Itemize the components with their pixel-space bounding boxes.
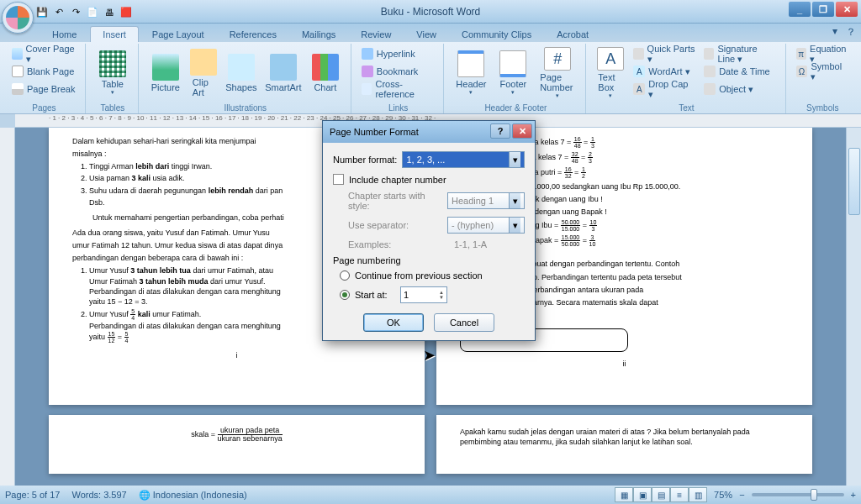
view-draft[interactable]: ▥ <box>689 487 707 502</box>
drop-cap-icon: A <box>633 83 645 95</box>
window-title: Buku - Microsoft Word <box>381 6 480 18</box>
radio-continue[interactable] <box>340 270 350 281</box>
page-number-icon: # <box>544 47 571 71</box>
dialog-title: Page Number Format <box>330 127 419 137</box>
maximize-button[interactable]: ❐ <box>812 2 834 17</box>
cover-page-button[interactable]: Cover Page ▾ <box>8 45 80 62</box>
separator-select: - (hyphen)▾ <box>447 217 525 234</box>
zoom-thumb[interactable] <box>811 489 817 501</box>
shapes-button[interactable]: Shapes <box>221 45 261 101</box>
radio-start-at-label: Start at: <box>355 290 395 300</box>
symbol-icon: Ω <box>796 66 808 77</box>
tab-community-clips[interactable]: Community Clips <box>450 27 543 42</box>
dialog-help-button[interactable]: ? <box>490 123 510 139</box>
page-number-ii: ii <box>460 359 789 369</box>
text-box-button[interactable]: AText Box▾ <box>593 45 628 101</box>
view-web-layout[interactable]: ▤ <box>652 487 670 502</box>
qat-print-icon[interactable]: 🖶 <box>103 6 116 19</box>
symbol-button[interactable]: ΩSymbol ▾ <box>793 63 853 80</box>
page-break-button[interactable]: Page Break <box>8 81 80 97</box>
page-bottom-left[interactable]: skala = ukuran pada petaukuran sebenarny… <box>49 415 425 474</box>
page-bottom-right[interactable]: Apakah kamu sudah jelas dengan uraian ma… <box>436 415 812 474</box>
include-chapter-checkbox[interactable] <box>333 174 344 185</box>
tab-references[interactable]: References <box>218 27 288 42</box>
object-button[interactable]: Object ▾ <box>700 81 779 97</box>
view-outline[interactable]: ≡ <box>670 487 689 502</box>
qat-extra-icon[interactable]: 🟥 <box>119 6 133 19</box>
chevron-down-icon: ▾ <box>509 193 520 208</box>
signature-line-icon <box>704 48 714 60</box>
quick-parts-button[interactable]: Quick Parts ▾ <box>630 45 699 62</box>
signature-line-button[interactable]: Signature Line ▾ <box>700 45 779 62</box>
table-button[interactable]: Table▾ <box>92 45 133 101</box>
cancel-button[interactable]: Cancel <box>434 313 494 332</box>
date-time-button[interactable]: Date & Time <box>700 63 779 80</box>
qat-redo-icon[interactable]: ↷ <box>69 6 82 19</box>
drop-cap-button[interactable]: ADrop Cap ▾ <box>630 81 699 97</box>
table-icon <box>99 50 126 77</box>
picture-button[interactable]: Picture <box>145 45 186 101</box>
vertical-ruler[interactable] <box>0 128 15 486</box>
blank-page-button[interactable]: Blank Page <box>8 63 80 80</box>
header-button[interactable]: Header▾ <box>451 45 491 101</box>
equation-button[interactable]: πEquation ▾ <box>793 45 853 62</box>
zoom-slider[interactable] <box>752 493 844 496</box>
group-illustrations: Picture Clip Art Shapes SmartArt Chart I… <box>140 44 351 113</box>
tab-mailings[interactable]: Mailings <box>290 27 347 42</box>
cross-reference-icon <box>362 83 372 95</box>
start-at-input[interactable]: 1▲▼ <box>400 286 447 303</box>
include-chapter-label: Include chapter number <box>349 175 446 185</box>
tab-page-layout[interactable]: Page Layout <box>140 27 216 42</box>
dialog-close-button[interactable]: ✕ <box>512 123 532 139</box>
wordart-button[interactable]: AWordArt ▾ <box>630 63 699 80</box>
view-full-screen[interactable]: ▣ <box>633 487 652 502</box>
footer-button[interactable]: Footer▾ <box>493 45 533 101</box>
zoom-out-button[interactable]: − <box>739 490 744 500</box>
view-print-layout[interactable]: ▦ <box>615 487 633 502</box>
bookmark-button[interactable]: Bookmark <box>358 63 439 80</box>
group-label-tables: Tables <box>87 103 138 113</box>
radio-continue-label: Continue from previous section <box>355 270 483 281</box>
radio-start-at[interactable] <box>340 290 350 300</box>
cross-reference-button[interactable]: Cross-reference <box>358 81 439 97</box>
smartart-button[interactable]: SmartArt <box>263 45 304 101</box>
group-text: AText Box▾ Quick Parts ▾ AWordArt ▾ ADro… <box>588 44 785 113</box>
examples-value: 1-1, 1-A <box>454 239 487 249</box>
page-number-format-dialog: Page Number Format ? ✕ Number format: 1,… <box>322 120 536 341</box>
qat-new-icon[interactable]: 📄 <box>86 6 99 19</box>
vertical-scrollbar[interactable] <box>846 128 861 486</box>
status-page[interactable]: Page: 5 of 17 <box>5 490 60 500</box>
tab-home[interactable]: Home <box>40 27 88 42</box>
zoom-level[interactable]: 75% <box>714 490 732 500</box>
dialog-title-bar[interactable]: Page Number Format ? ✕ <box>323 121 535 143</box>
chevron-down-icon: ▾ <box>509 152 520 167</box>
chapter-style-select: Heading 1▾ <box>447 192 525 209</box>
tab-acrobat[interactable]: Acrobat <box>545 27 600 42</box>
page-number-button[interactable]: #Page Number▾ <box>535 45 580 101</box>
status-words[interactable]: Words: 3.597 <box>71 490 126 500</box>
scroll-thumb[interactable] <box>848 148 860 215</box>
qat-undo-icon[interactable]: ↶ <box>52 6 66 19</box>
clip-art-button[interactable]: Clip Art <box>188 45 219 101</box>
group-label-links: Links <box>353 103 444 113</box>
footer-icon <box>499 50 526 77</box>
status-lang[interactable]: 🌐 Indonesian (Indonesia) <box>139 490 247 501</box>
hyperlink-button[interactable]: Hyperlink <box>358 45 439 62</box>
chart-button[interactable]: Chart <box>305 45 346 101</box>
wordart-icon: A <box>633 66 645 77</box>
help-icon[interactable]: ？ <box>846 25 856 39</box>
tab-insert[interactable]: Insert <box>90 26 139 42</box>
tab-review[interactable]: Review <box>349 27 403 42</box>
chart-icon <box>312 54 339 81</box>
ok-button[interactable]: OK <box>363 313 424 332</box>
minimize-button[interactable]: _ <box>789 2 811 17</box>
number-format-select[interactable]: 1, 2, 3, ...▾ <box>402 151 525 168</box>
qat-save-icon[interactable]: 💾 <box>35 6 49 19</box>
close-button[interactable]: ✕ <box>836 2 858 17</box>
ribbon-tabs: Home Insert Page Layout References Maili… <box>0 24 861 42</box>
tab-view[interactable]: View <box>404 27 448 42</box>
ribbon-minimize-icon[interactable]: ▾ <box>832 25 837 39</box>
zoom-in-button[interactable]: + <box>851 490 856 500</box>
header-icon <box>457 50 484 77</box>
office-button[interactable] <box>2 2 34 34</box>
